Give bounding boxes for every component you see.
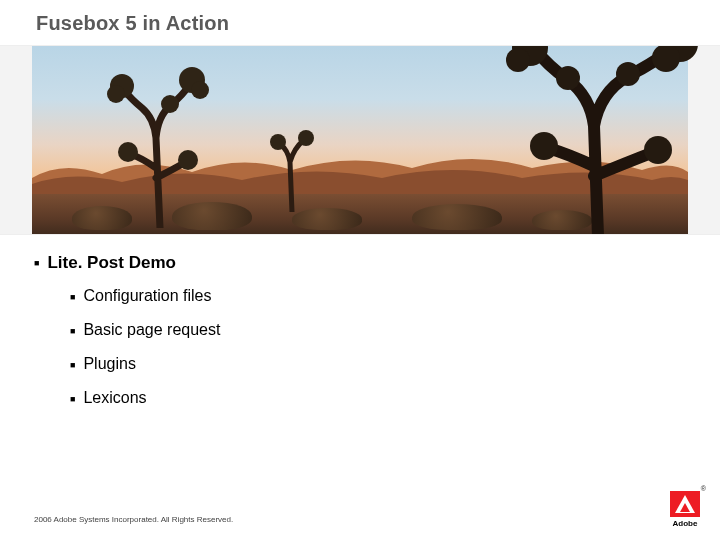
svg-point-10 [506,48,530,72]
hero-banner [0,45,720,235]
svg-point-6 [161,95,179,113]
svg-point-5 [178,150,198,170]
svg-point-4 [118,142,138,162]
joshua-tree [92,58,232,228]
slide: Fusebox 5 in Action [0,0,720,540]
svg-point-14 [644,136,672,164]
bullet-icon: ■ [70,355,75,375]
adobe-logo: ® Adobe [670,491,700,528]
svg-point-8 [298,130,314,146]
list-item: ■ Lexicons [70,389,686,409]
list-heading: ■ Lite. Post Demo [34,253,686,273]
registered-icon: ® [701,485,706,492]
adobe-logo-text: Adobe [670,519,700,528]
joshua-tree-small [262,122,322,212]
list-item: ■ Basic page request [70,321,686,341]
svg-point-15 [616,62,640,86]
svg-point-16 [556,66,580,90]
list-heading-label: Lite. Post Demo [47,253,175,273]
list-item-label: Configuration files [83,287,211,305]
sublist: ■ Configuration files ■ Basic page reque… [34,287,686,409]
bullet-icon: ■ [70,321,75,341]
bullet-icon: ■ [70,389,75,409]
list-item: ■ Configuration files [70,287,686,307]
title-area: Fusebox 5 in Action [0,0,720,45]
svg-point-7 [270,134,286,150]
list-item-label: Plugins [83,355,135,373]
list-item-label: Basic page request [83,321,220,339]
svg-point-13 [530,132,558,160]
page-title: Fusebox 5 in Action [36,12,720,35]
svg-point-1 [107,85,125,103]
list-item-label: Lexicons [83,389,146,407]
joshua-tree-large [478,45,698,235]
svg-point-12 [652,45,680,72]
list-item: ■ Plugins [70,355,686,375]
adobe-logo-mark [670,491,700,517]
content: ■ Lite. Post Demo ■ Configuration files … [0,235,720,409]
footer-copyright: 2006 Adobe Systems Incorporated. All Rig… [34,515,233,524]
bullet-icon: ■ [34,253,39,273]
svg-point-3 [191,81,209,99]
hero-image [32,46,688,235]
bullet-icon: ■ [70,287,75,307]
